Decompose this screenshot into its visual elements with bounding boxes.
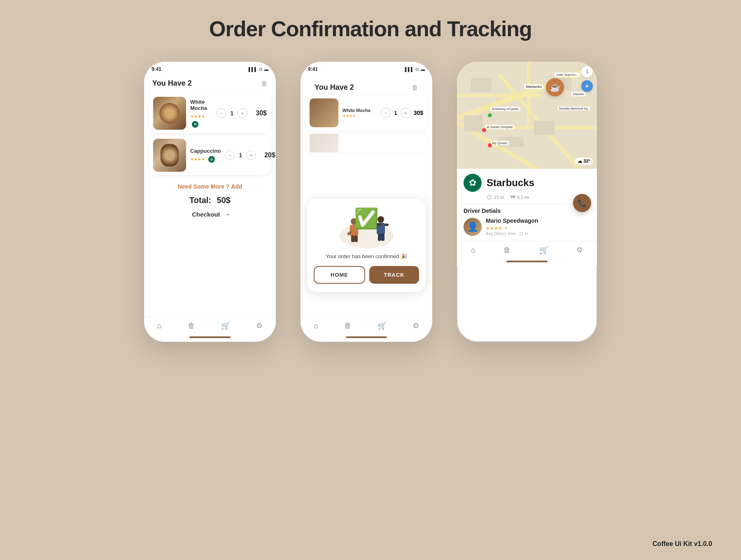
qty-price-2: 20$	[264, 152, 275, 159]
home-bar-line-3	[506, 261, 548, 262]
starbucks-badge-2: ✿	[208, 156, 215, 163]
map-area: Embassy of Qatar Al Salam Hospital My Qu…	[457, 62, 597, 169]
store-meta: 🕐 21 m 🗺 4.1 mi	[464, 194, 590, 200]
need-more-label: Need Some More ?	[177, 183, 229, 190]
map-background	[457, 62, 597, 169]
cart-qty-2: − 1 + 20$	[225, 150, 275, 160]
home-bar-line-2	[346, 336, 387, 338]
peek-stars-1: ★★★★	[343, 114, 377, 118]
trash-icon-2[interactable]: 🗑	[412, 84, 418, 91]
coffee-cappuccino-image	[153, 139, 186, 172]
svg-rect-8	[377, 224, 381, 226]
home-bar-line-1	[189, 336, 231, 338]
item-name-2: Cappuccino	[190, 148, 221, 154]
cart-item-1: White Mocha ★★★★ ✿ − 1 + 30$	[150, 93, 270, 133]
svg-rect-4	[354, 236, 358, 242]
store-row: ✿ Starbucks	[464, 174, 590, 192]
nav-home-2[interactable]: ⌂	[314, 322, 318, 330]
qty-price-1: 30$	[256, 110, 267, 117]
driver-avg-time: Avg Dilevry time - 21 m	[486, 231, 538, 236]
page-title: Order Confirmation and Tracking	[209, 16, 532, 41]
confirm-content: You Have 2 🗑 White Mocha ★★★★ − 1 + 30$	[301, 74, 432, 317]
nav-trash-3[interactable]: 🗑	[503, 246, 511, 254]
nav-cart-3[interactable]: 🛒	[539, 245, 548, 254]
clock-icon: 🕐	[487, 194, 492, 200]
phone-confirm: 9:41 ▌▌▌ ⌬ ▬ You Have 2 🗑 White Mocha ★★…	[301, 62, 432, 342]
add-label[interactable]: Add	[231, 183, 242, 190]
checkout-button[interactable]: Checkout →	[189, 211, 231, 218]
nav-settings-2[interactable]: ⚙	[412, 321, 419, 330]
footer-credit: Coffee Ui Kit v1.0.0	[652, 540, 712, 548]
bottom-nav-3: ⌂ 🗑 🛒 ⚙	[457, 241, 597, 257]
confirm-overlay: ✅ Your order has been confirmed 🎉 HOME T…	[307, 199, 426, 292]
person-standing-icon	[370, 215, 391, 246]
qty-minus-2[interactable]: −	[225, 150, 235, 160]
cart-qty-1: − 1 + 30$	[217, 108, 267, 118]
qty-plus-1[interactable]: +	[238, 108, 247, 118]
peek-img-1	[310, 98, 338, 127]
home-bar-1	[144, 333, 276, 342]
item-name-1: White Mocha	[190, 99, 212, 111]
nav-settings-3[interactable]: ⚙	[576, 245, 583, 254]
checkout-arrow-icon: →	[224, 211, 231, 218]
confirm-buttons: HOME TRACK	[314, 266, 419, 284]
status-bar-1: 9:41 ▌▌▌ ⌬ ▬	[144, 62, 276, 74]
qty-plus-2[interactable]: +	[246, 150, 256, 160]
peek-plus-1[interactable]: +	[401, 108, 410, 118]
divider	[464, 204, 590, 204]
svg-rect-9	[378, 233, 381, 241]
hospital-label: Al Salam Hospital	[485, 125, 514, 129]
mustafa-label: Mustafa Mahmoud Sq.	[558, 107, 590, 110]
nav-cart-2[interactable]: 🛒	[377, 321, 387, 330]
driver-row: Mario Speedwagon ★★★★ ★ Avg Dilevry time…	[464, 217, 590, 236]
peek-minus-1[interactable]: −	[381, 108, 391, 118]
tracking-info: ✿ Starbucks 🕐 21 m 🗺 4.1 mi Driver Detia…	[457, 169, 597, 241]
status-icons-1: ▌▌▌ ⌬ ▬	[249, 67, 268, 72]
starbucks-map-label: Starbucks	[524, 84, 543, 89]
cart-item-2: Cappuccino ★★★★ ✿ − 1 + 20$	[150, 135, 270, 175]
confirm-header: You Have 2 🗑	[306, 78, 426, 95]
cafe-label: Cafe Suprem...	[555, 72, 580, 77]
call-fab-button[interactable]: 📞	[573, 194, 591, 212]
peek-num-1: 1	[394, 110, 397, 116]
qty-minus-1[interactable]: −	[217, 108, 226, 118]
checkout-row[interactable]: Checkout →	[144, 208, 276, 222]
bottom-nav-2: ⌂ 🗑 🛒 ⚙	[301, 317, 432, 333]
store-name: Starbucks	[487, 177, 534, 189]
wifi-icon: ⌬	[259, 67, 263, 72]
phone-cart: 9:41 ▌▌▌ ⌬ ▬ You Have 2 🗑 White Mocha	[144, 62, 276, 342]
nav-cart-1[interactable]: 🛒	[221, 321, 230, 330]
track-button[interactable]: TRACK	[369, 266, 419, 284]
bottom-nav-1: ⌂ 🗑 🛒 ⚙	[144, 317, 276, 333]
cilantro-label: Cilantro	[571, 92, 586, 96]
peek-item-1: White Mocha ★★★★ − 1 + 30$	[306, 95, 426, 131]
map-icon: 🗺	[510, 195, 515, 200]
peek-price-1: 30$	[414, 110, 423, 116]
trash-icon[interactable]: 🗑	[261, 80, 268, 87]
status-bar-2: 9:41 ▌▌▌ ⌬ ▬	[301, 62, 432, 74]
nav-settings-1[interactable]: ⚙	[256, 321, 263, 330]
map-block-3	[464, 115, 482, 132]
svg-rect-10	[381, 233, 384, 241]
driver-section-title: Driver Detials	[464, 208, 590, 214]
map-direction-button[interactable]: ➤	[581, 80, 593, 92]
coffee-latte-image	[153, 97, 186, 130]
map-block-1	[471, 78, 492, 92]
need-more-row: Need Some More ? Add	[144, 177, 276, 192]
home-bar-3	[457, 257, 597, 266]
stars-2: ★★★★	[190, 157, 205, 161]
nav-home-1[interactable]: ⌂	[157, 322, 162, 330]
confirm-title: You Have 2	[315, 83, 354, 92]
svg-rect-7	[384, 224, 389, 226]
phone-tracking: Embassy of Qatar Al Salam Hospital My Qu…	[457, 62, 597, 342]
map-info-button[interactable]: ℹ	[581, 66, 593, 77]
driver-star-empty: ★	[504, 226, 508, 231]
map-weather: ☁ 32°	[575, 158, 593, 165]
nav-home-3[interactable]: ⌂	[471, 246, 475, 254]
time-1: 9:41	[151, 66, 161, 72]
nav-trash-1[interactable]: 🗑	[188, 322, 195, 330]
confirm-message: Your order has been confirmed 🎉	[314, 253, 419, 259]
qty-num-1: 1	[231, 110, 234, 117]
home-button[interactable]: HOME	[314, 266, 365, 284]
nav-trash-2[interactable]: 🗑	[344, 322, 352, 330]
